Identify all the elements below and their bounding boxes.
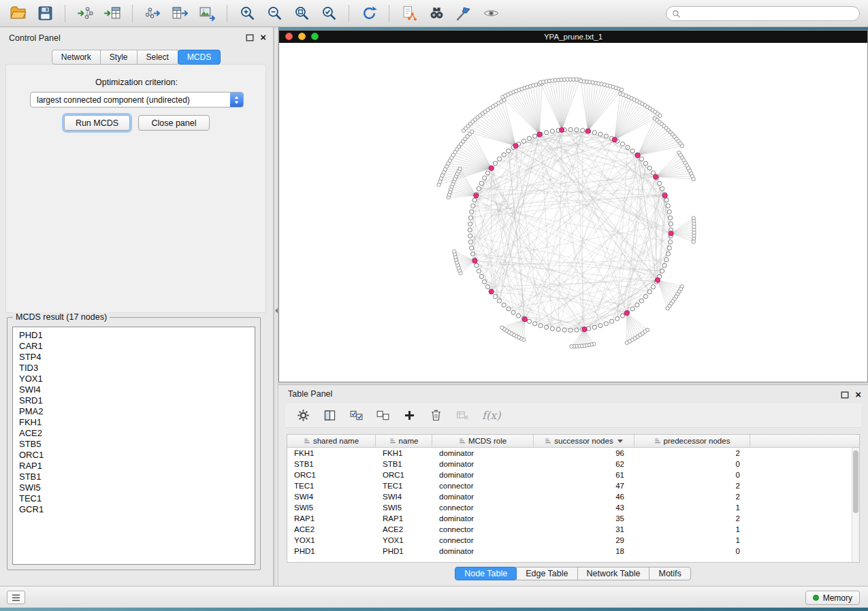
zoom-in-icon[interactable] xyxy=(235,3,259,24)
layout-refresh-icon[interactable] xyxy=(357,3,381,24)
mcds-node-item[interactable]: PHD1 xyxy=(19,330,255,341)
table-cell: PHD1 xyxy=(287,546,376,557)
tab-style[interactable]: Style xyxy=(100,50,138,65)
table-cell: ACE2 xyxy=(287,524,376,535)
zoom-fit-icon[interactable] xyxy=(289,3,314,24)
export-network-icon[interactable] xyxy=(140,3,165,24)
mcds-node-item[interactable]: STP4 xyxy=(19,352,255,363)
mcds-node-item[interactable]: GCR1 xyxy=(19,504,255,515)
table-cell: SWI4 xyxy=(287,491,376,502)
columns-icon[interactable] xyxy=(321,408,338,424)
table-row[interactable]: STB1STB1dominator620 xyxy=(287,459,859,469)
criterion-value: largest connected component (undirected) xyxy=(31,95,230,105)
mcds-node-item[interactable]: RAP1 xyxy=(19,461,255,472)
network-canvas[interactable] xyxy=(279,43,867,382)
search-network-icon[interactable] xyxy=(424,3,449,24)
table-row[interactable]: FKH1FKH1dominator962 xyxy=(287,448,859,459)
control-panel-window-buttons: × xyxy=(246,32,266,43)
run-mcds-button[interactable]: Run MCDS xyxy=(64,115,130,131)
table-row[interactable]: PHD1PHD1dominator180 xyxy=(287,546,859,557)
column-header-MCDS-role[interactable]: MCDS role xyxy=(432,435,534,447)
table-cell: 46 xyxy=(534,491,634,502)
table-cell: dominator xyxy=(432,546,534,557)
mcds-node-item[interactable]: CAR1 xyxy=(19,341,255,352)
table-cell: 1 xyxy=(634,535,750,546)
mcds-node-item[interactable]: YOX1 xyxy=(19,374,255,384)
unselect-all-icon[interactable] xyxy=(374,408,391,424)
add-icon[interactable] xyxy=(401,408,417,424)
search-box[interactable] xyxy=(666,6,860,21)
desktop: Control Panel × NetworkStyleSelectMCDS O… xyxy=(0,0,868,611)
float-panel-icon[interactable] xyxy=(246,34,254,42)
mcds-node-item[interactable]: TEC1 xyxy=(19,493,255,504)
column-header-filler xyxy=(750,435,859,447)
network-view[interactable] xyxy=(279,43,867,382)
select-all-icon[interactable] xyxy=(348,408,364,424)
mcds-node-item[interactable]: SRD1 xyxy=(19,395,255,406)
panel-splitter[interactable] xyxy=(274,27,278,586)
open-file-icon[interactable] xyxy=(5,3,30,24)
close-panel-icon[interactable]: × xyxy=(260,33,266,42)
table-scrollbar[interactable] xyxy=(852,448,859,562)
memory-button[interactable]: Memory xyxy=(805,591,860,605)
mcds-node-item[interactable]: PMA2 xyxy=(19,406,255,417)
tab-select[interactable]: Select xyxy=(137,50,178,65)
column-header-name[interactable]: name xyxy=(376,435,432,447)
export-table-icon[interactable] xyxy=(167,3,192,24)
table-row[interactable]: RAP1RAP1dominator352 xyxy=(287,513,859,524)
column-header-predecessor-nodes[interactable]: predecessor nodes xyxy=(634,435,750,447)
close-window-icon[interactable] xyxy=(285,33,293,40)
mcds-node-item[interactable]: STB5 xyxy=(19,439,255,450)
mcds-node-item[interactable]: ACE2 xyxy=(19,428,255,439)
import-table-icon[interactable] xyxy=(100,3,125,24)
table-row[interactable]: YOX1YOX1connector291 xyxy=(287,535,859,546)
mcds-result-list[interactable]: PHD1CAR1STP4TID3YOX1SWI4SRD1PMA2FKH1ACE2… xyxy=(12,327,255,565)
close-table-panel-icon[interactable]: × xyxy=(855,390,861,399)
search-input[interactable] xyxy=(684,7,859,20)
mcds-node-item[interactable]: SWI4 xyxy=(19,384,255,395)
mcds-node-item[interactable]: ORC1 xyxy=(19,450,255,461)
share-document-icon[interactable] xyxy=(397,3,421,24)
criterion-dropdown[interactable]: largest connected component (undirected) xyxy=(30,92,244,108)
table-cell: 31 xyxy=(534,524,634,535)
table-cell: 2 xyxy=(634,448,750,459)
tab-network-table[interactable]: Network Table xyxy=(577,567,650,580)
mcds-node-item[interactable]: STB1 xyxy=(19,472,255,482)
table-row[interactable]: ACE2ACE2connector311 xyxy=(287,524,859,535)
table-row[interactable]: TEC1TEC1connector472 xyxy=(287,480,859,491)
mcds-node-item[interactable]: TID3 xyxy=(19,363,255,374)
tab-mcds[interactable]: MCDS xyxy=(178,50,221,65)
mcds-node-item[interactable]: SWI5 xyxy=(19,482,255,493)
zoom-selected-icon[interactable] xyxy=(317,3,341,24)
style-wand-icon[interactable] xyxy=(451,3,476,24)
scrollbar-thumb[interactable] xyxy=(853,450,858,513)
zoom-out-icon[interactable] xyxy=(262,3,287,24)
gear-icon[interactable] xyxy=(295,408,311,424)
window-controls xyxy=(285,33,319,40)
table-cell: connector xyxy=(432,524,534,535)
tab-node-table[interactable]: Node Table xyxy=(455,567,517,580)
table-row[interactable]: SWI5SWI5connector431 xyxy=(287,502,859,513)
tab-edge-table[interactable]: Edge Table xyxy=(516,567,577,580)
column-header-successor-nodes[interactable]: successor nodes xyxy=(534,435,634,447)
close-panel-button[interactable]: Close panel xyxy=(138,115,210,131)
table-row[interactable]: ORC1ORC1dominator610 xyxy=(287,469,859,480)
network-window-titlebar[interactable]: YPA_prune.txt_1 xyxy=(279,31,867,43)
table-row[interactable]: SWI4SWI4dominator462 xyxy=(287,491,859,502)
task-history-button[interactable] xyxy=(7,591,25,604)
table-cell: connector xyxy=(432,535,534,546)
minimize-window-icon[interactable] xyxy=(298,33,306,40)
table-cell: STB1 xyxy=(287,459,376,469)
mcds-node-item[interactable]: FKH1 xyxy=(19,417,255,428)
maximize-window-icon[interactable] xyxy=(311,33,319,40)
tab-network[interactable]: Network xyxy=(52,50,101,65)
delete-icon[interactable] xyxy=(428,408,444,424)
save-icon[interactable] xyxy=(33,3,57,24)
export-image-icon[interactable] xyxy=(195,3,219,24)
float-table-panel-icon[interactable] xyxy=(841,391,849,399)
import-network-icon[interactable] xyxy=(73,3,97,24)
tab-motifs[interactable]: Motifs xyxy=(649,567,690,580)
table-cell: YOX1 xyxy=(287,535,376,546)
column-header-shared-name[interactable]: shared name xyxy=(287,435,376,447)
table-header-row: shared namenameMCDS rolesuccessor nodesp… xyxy=(287,435,859,448)
